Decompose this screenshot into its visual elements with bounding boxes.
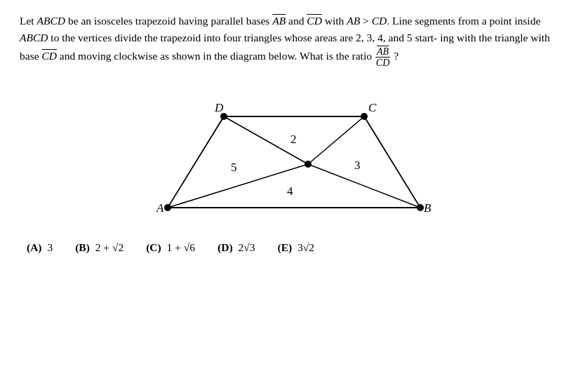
variable-abcd: ABCD: [37, 15, 65, 27]
svg-line-2: [308, 164, 420, 208]
vertex-b-dot: [417, 204, 424, 211]
trapezoid-ref: ABCD: [20, 32, 48, 43]
segment-ab: AB: [272, 15, 286, 27]
answer-a-label: (A): [27, 241, 42, 254]
answer-c-label: (C): [146, 241, 161, 254]
label-a: A: [156, 201, 164, 215]
answer-d: (D) 2√3: [218, 241, 255, 254]
answer-c: (C) 1 + √6: [146, 241, 195, 254]
area-left: 5: [231, 161, 237, 174]
condition-ab-gt-cd: AB: [347, 15, 360, 27]
svg-marker-0: [168, 116, 420, 208]
problem-text: Let ABCD be an isosceles trapezoid havin…: [20, 13, 568, 69]
vertex-a-dot: [164, 204, 171, 211]
answer-b: (B) 2 + √2: [75, 241, 123, 254]
segment-cd-ref: CD: [41, 50, 57, 62]
content-area: Let ABCD be an isosceles trapezoid havin…: [0, 0, 588, 261]
area-top: 2: [290, 133, 297, 146]
segment-cd: CD: [307, 15, 322, 27]
interior-point-dot: [305, 161, 312, 168]
svg-line-3: [308, 116, 364, 164]
answer-d-label: (D): [218, 241, 233, 254]
area-bottom: 4: [287, 184, 293, 198]
ratio-fraction: AB CD: [375, 46, 391, 69]
label-c: C: [368, 101, 377, 114]
answers-row: (A) 3 (B) 2 + √2 (C) 1 + √6 (D) 2√3 (E) …: [20, 241, 568, 254]
label-d: D: [214, 101, 224, 114]
diagram-area: A B C D 2 3 4 5: [20, 74, 568, 229]
label-b: B: [424, 201, 432, 215]
answer-b-label: (B): [75, 241, 90, 254]
answer-a: (A) 3: [27, 241, 53, 254]
vertex-c-dot: [361, 113, 368, 120]
answer-e: (E) 3√2: [278, 241, 315, 254]
area-right: 3: [354, 159, 361, 172]
answer-e-label: (E): [278, 241, 293, 254]
trapezoid-diagram: A B C D 2 3 4 5: [147, 74, 441, 229]
